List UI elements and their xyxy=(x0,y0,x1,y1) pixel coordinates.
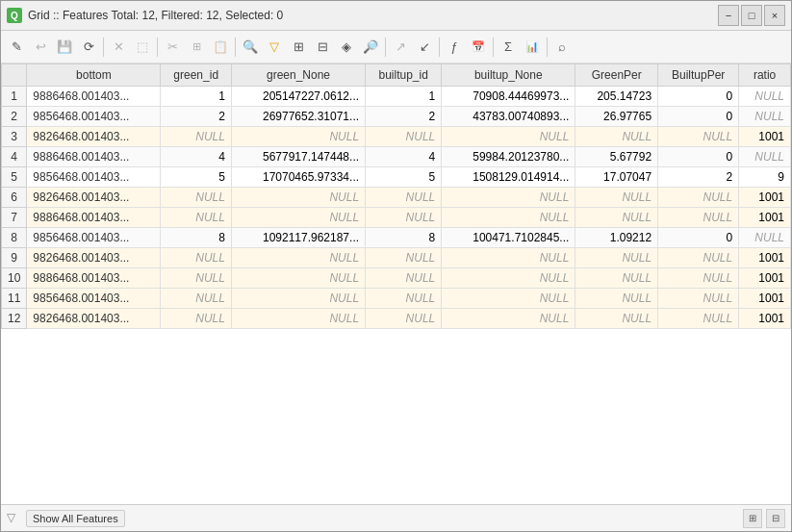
info-search-icon[interactable]: ⌕ xyxy=(550,36,574,59)
cell-builtup-none: NULL xyxy=(442,289,575,309)
cell-ratio: NULL xyxy=(739,107,791,127)
row-number: 4 xyxy=(2,147,27,167)
cell-green-id: 2 xyxy=(161,107,231,127)
cell-greenper: NULL xyxy=(575,248,658,268)
delete-icon[interactable]: ✕ xyxy=(107,36,130,59)
col-greenper[interactable]: GreenPer xyxy=(575,64,658,87)
table-row[interactable]: 29856468.001403...226977652.31071...2437… xyxy=(2,107,791,127)
row-number: 10 xyxy=(2,268,27,289)
cell-green-none: 17070465.97334... xyxy=(231,167,365,188)
cell-builtup-id: NULL xyxy=(366,127,442,147)
cell-green-none: NULL xyxy=(231,289,365,309)
row-number: 5 xyxy=(2,167,27,188)
status-right: ⊞ ⊟ xyxy=(743,509,785,528)
grid-icon[interactable]: ⊞ xyxy=(287,36,310,59)
cell-greenper: NULL xyxy=(575,188,658,208)
paste-icon[interactable]: 📋 xyxy=(209,36,232,59)
sep4 xyxy=(385,38,386,57)
zoom-in-icon[interactable]: 🔎 xyxy=(359,36,382,59)
cell-ratio: NULL xyxy=(739,87,791,107)
cell-green-none: 26977652.31071... xyxy=(231,107,365,127)
close-button[interactable]: × xyxy=(764,5,785,26)
maximize-button[interactable]: □ xyxy=(741,5,762,26)
status-grid-icon[interactable]: ⊞ xyxy=(743,509,762,528)
cell-builtuppper: NULL xyxy=(658,188,739,208)
column-select-icon[interactable]: ⊟ xyxy=(311,36,334,59)
cell-ratio: 1001 xyxy=(739,309,791,329)
table-row[interactable]: 19886468.001403...1205147227.0612...1709… xyxy=(2,87,791,107)
header-row: bottom green_id green_None builtup_id bu… xyxy=(2,64,791,87)
copy-icon[interactable]: ⊞ xyxy=(185,36,208,59)
cell-builtup-id: NULL xyxy=(366,188,442,208)
table-row[interactable]: 49886468.001403...45677917.147448...4599… xyxy=(2,147,791,167)
toolbar: ✎ ↩ 💾 ⟳ ✕ ⬚ ✂ ⊞ 📋 🔍 ▽ ⊞ ⊟ ◈ 🔎 ↗ ↙ ƒ 📅 Σ … xyxy=(1,31,791,63)
save-icon[interactable]: 💾 xyxy=(53,36,76,59)
table-row[interactable]: 69826468.001403...NULLNULLNULLNULLNULLNU… xyxy=(2,188,791,208)
table-row[interactable]: 119856468.001403...NULLNULLNULLNULLNULLN… xyxy=(2,289,791,309)
table-row[interactable]: 99826468.001403...NULLNULLNULLNULLNULLNU… xyxy=(2,248,791,268)
cell-bottom: 9826468.001403... xyxy=(27,188,161,208)
cell-green-none: NULL xyxy=(231,188,365,208)
window-title: Grid :: Features Total: 12, Filtered: 12… xyxy=(28,9,283,22)
show-all-button[interactable]: Show All Features xyxy=(26,510,125,527)
cell-builtup-id: NULL xyxy=(366,248,442,268)
cell-green-id: 1 xyxy=(161,87,231,107)
cell-builtup-none: 100471.7102845... xyxy=(442,228,575,248)
search-table-icon[interactable]: 🔍 xyxy=(239,36,262,59)
cell-builtuppper: NULL xyxy=(658,248,739,268)
row-number: 8 xyxy=(2,228,27,248)
table-row[interactable]: 129826468.001403...NULLNULLNULLNULLNULLN… xyxy=(2,309,791,329)
edit-icon[interactable]: ✎ xyxy=(5,36,28,59)
cell-greenper: 205.14723 xyxy=(575,87,658,107)
col-builtuppper[interactable]: BuiltupPer xyxy=(658,64,739,87)
map-zoom-icon[interactable]: ◈ xyxy=(335,36,358,59)
cell-green-none: NULL xyxy=(231,248,365,268)
cell-builtup-id: 1 xyxy=(366,87,442,107)
refresh-icon[interactable]: ⟳ xyxy=(77,36,100,59)
cell-builtup-id: NULL xyxy=(366,268,442,289)
table-row[interactable]: 59856468.001403...517070465.97334...5150… xyxy=(2,167,791,188)
cell-green-id: NULL xyxy=(161,208,231,228)
cell-green-none: NULL xyxy=(231,127,365,147)
col-builtup-id[interactable]: builtup_id xyxy=(366,64,442,87)
cell-bottom: 9856468.001403... xyxy=(27,167,161,188)
chart-icon[interactable]: 📊 xyxy=(521,36,544,59)
table-row[interactable]: 89856468.001403...81092117.962187...8100… xyxy=(2,228,791,248)
table-row[interactable]: 109886468.001403...NULLNULLNULLNULLNULLN… xyxy=(2,268,791,289)
formula-icon[interactable]: ƒ xyxy=(443,36,466,59)
cell-ratio: NULL xyxy=(739,228,791,248)
calendar-icon[interactable]: 📅 xyxy=(467,36,490,59)
sep5 xyxy=(439,38,440,57)
export-out-icon[interactable]: ↗ xyxy=(389,36,412,59)
col-green-id[interactable]: green_id xyxy=(161,64,231,87)
table-row[interactable]: 39826468.001403...NULLNULLNULLNULLNULLNU… xyxy=(2,127,791,147)
filter-table-icon[interactable]: ▽ xyxy=(263,36,286,59)
export-in-icon[interactable]: ↙ xyxy=(413,36,436,59)
col-green-none[interactable]: green_None xyxy=(231,64,365,87)
cell-green-none: 5677917.147448... xyxy=(231,147,365,167)
status-list-icon[interactable]: ⊟ xyxy=(766,509,785,528)
cell-ratio: 9 xyxy=(739,167,791,188)
filter-status-icon: ▽ xyxy=(7,511,22,526)
undo-icon[interactable]: ↩ xyxy=(29,36,52,59)
cut-icon[interactable]: ✂ xyxy=(161,36,184,59)
col-rownum xyxy=(2,64,27,87)
cell-greenper: 26.97765 xyxy=(575,107,658,127)
sep7 xyxy=(547,38,548,57)
cell-green-id: NULL xyxy=(161,309,231,329)
col-ratio[interactable]: ratio xyxy=(739,64,791,87)
cell-ratio: 1001 xyxy=(739,127,791,147)
data-table: bottom green_id green_None builtup_id bu… xyxy=(1,63,791,329)
cell-bottom: 9826468.001403... xyxy=(27,127,161,147)
minimize-button[interactable]: − xyxy=(718,5,739,26)
cell-builtup-none: 1508129.014914... xyxy=(442,167,575,188)
cell-greenper: NULL xyxy=(575,208,658,228)
table-row[interactable]: 79886468.001403...NULLNULLNULLNULLNULLNU… xyxy=(2,208,791,228)
stats-icon[interactable]: Σ xyxy=(497,36,520,59)
cell-builtuppper: 0 xyxy=(658,107,739,127)
select-icon[interactable]: ⬚ xyxy=(131,36,154,59)
cell-builtup-none: NULL xyxy=(442,268,575,289)
table-scroll[interactable]: bottom green_id green_None builtup_id bu… xyxy=(1,63,791,504)
col-builtup-none[interactable]: builtup_None xyxy=(442,64,575,87)
col-bottom[interactable]: bottom xyxy=(27,64,161,87)
